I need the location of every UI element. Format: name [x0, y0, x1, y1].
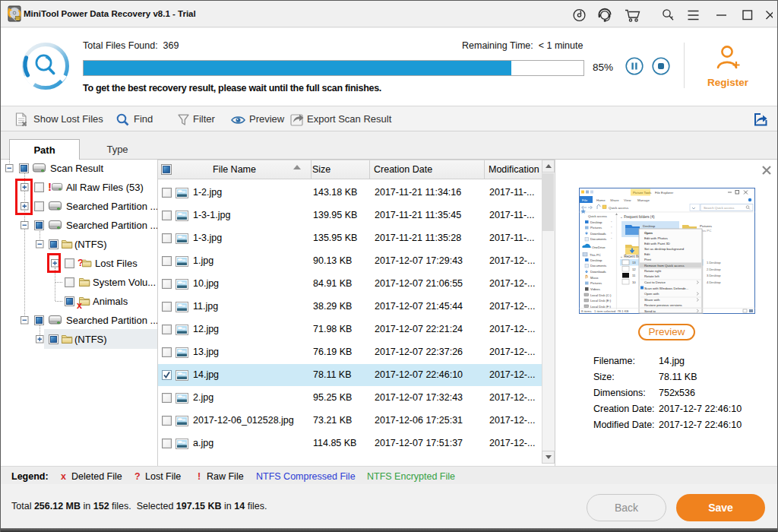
svg-text:3.Desktop: 3.Desktop: [707, 274, 721, 277]
svg-text:⌄ Frequent folders (4): ⌄ Frequent folders (4): [620, 215, 655, 219]
svg-text:Edit: Edit: [644, 252, 650, 256]
svg-text:Edit with Photos: Edit with Photos: [644, 236, 668, 240]
svg-text:Rotate left: Rotate left: [644, 274, 659, 278]
svg-text:Set as desktop background: Set as desktop background: [644, 247, 685, 251]
svg-text:Pictures: Pictures: [590, 281, 602, 285]
svg-text:Desktop: Desktop: [643, 224, 656, 228]
svg-text:Manage: Manage: [637, 198, 650, 202]
svg-text:13: 13: [632, 261, 636, 264]
svg-text:Send to: Send to: [644, 309, 656, 313]
svg-text:Desktop: Desktop: [590, 220, 602, 224]
svg-text:File Explorer: File Explorer: [655, 191, 674, 195]
svg-text:This PC: This PC: [590, 253, 601, 257]
svg-text:Cast to Device: Cast to Device: [644, 280, 666, 284]
svg-text:10: 10: [632, 280, 636, 284]
svg-text:Print: Print: [644, 258, 652, 261]
svg-text:Open: Open: [644, 231, 653, 235]
svg-text:Rotate right: Rotate right: [644, 269, 662, 273]
svg-text:Desktop: Desktop: [590, 258, 602, 262]
svg-text:Videos: Videos: [590, 287, 600, 291]
svg-text:Documents: Documents: [590, 264, 606, 268]
svg-text:View: View: [624, 198, 631, 202]
svg-text:File: File: [582, 198, 588, 202]
svg-text:Downloads: Downloads: [590, 232, 606, 236]
svg-text:Remove from Quick access: Remove from Quick access: [644, 264, 685, 268]
svg-text:Local Disk (F:): Local Disk (F:): [590, 305, 612, 309]
svg-text:1.Desktop: 1.Desktop: [707, 261, 721, 264]
svg-text:12: 12: [632, 268, 636, 271]
svg-text:Local Disk (E:): Local Disk (E:): [590, 299, 612, 302]
svg-text:Restore previous versions: Restore previous versions: [644, 303, 682, 307]
svg-text:11: 11: [632, 274, 636, 277]
svg-text:Local Disk (C:): Local Disk (C:): [590, 293, 612, 297]
svg-text:Quick access: Quick access: [588, 214, 607, 218]
svg-text:Quick access: Quick access: [609, 206, 629, 210]
svg-text:OneDrive: OneDrive: [592, 245, 606, 249]
svg-text:Picture Tools: Picture Tools: [633, 191, 652, 195]
svg-text:Music: Music: [590, 276, 599, 280]
svg-text:4.Desktop: 4.Desktop: [707, 280, 721, 284]
svg-text:Open with: Open with: [644, 292, 659, 296]
svg-text:Pictures: Pictures: [700, 224, 713, 228]
svg-text:Scan with Windows Defende...: Scan with Windows Defende...: [644, 287, 688, 290]
svg-text:Downloads: Downloads: [590, 270, 606, 274]
svg-text:Home: Home: [596, 198, 606, 202]
svg-text:8 items 1 item selected 78.: 8 items 1 item selected 78.1 KB: [581, 309, 629, 313]
svg-text:⌄ Recent file: ⌄ Recent file: [620, 255, 640, 258]
svg-text:Edit with Paint 3D: Edit with Paint 3D: [644, 242, 670, 245]
svg-text:Documents: Documents: [590, 237, 606, 241]
svg-text:Search Quick access: Search Quick access: [704, 206, 734, 210]
svg-text:Share: Share: [610, 198, 619, 202]
svg-text:Share with: Share with: [644, 298, 660, 302]
svg-text:2.Desktop: 2.Desktop: [707, 268, 721, 271]
svg-text:Pictures: Pictures: [590, 226, 602, 230]
